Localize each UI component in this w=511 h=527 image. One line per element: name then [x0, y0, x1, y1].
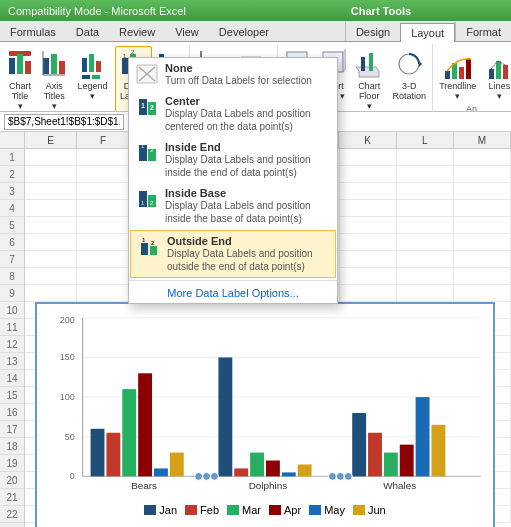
name-box[interactable] — [4, 114, 124, 130]
row-header: 10 — [0, 302, 24, 319]
tab-data[interactable]: Data — [66, 22, 109, 41]
none-icon — [135, 62, 159, 86]
svg-rect-6 — [59, 61, 65, 74]
legend-color-feb — [185, 505, 197, 515]
svg-rect-9 — [82, 58, 87, 72]
tab-design[interactable]: Design — [345, 22, 400, 41]
menu-item-outside-end[interactable]: 1 2 Outside End Display Data Labels and … — [130, 230, 336, 278]
svg-point-98 — [344, 472, 352, 480]
menu-item-center[interactable]: 1 2 Center Display Data Labels and posit… — [129, 91, 337, 137]
chart-container[interactable]: 0 50 100 150 200 — [35, 302, 495, 527]
legend-color-jun — [353, 505, 365, 515]
svg-text:Bears: Bears — [131, 480, 157, 491]
row-header: 23 — [0, 523, 24, 527]
row-header: 2 — [0, 166, 24, 183]
svg-text:Dolphins: Dolphins — [249, 480, 288, 491]
svg-rect-88 — [416, 397, 430, 476]
svg-text:2: 2 — [150, 104, 154, 111]
svg-marker-43 — [343, 49, 346, 72]
menu-item-none[interactable]: None Turn off Data Labels for selection — [129, 58, 337, 91]
bar-chart: 0 50 100 150 200 — [45, 312, 485, 502]
inside-end-icon: 1 2 — [135, 141, 159, 165]
svg-rect-79 — [234, 468, 248, 476]
svg-rect-53 — [459, 67, 464, 79]
svg-rect-3 — [25, 61, 31, 74]
svg-rect-114 — [141, 243, 148, 255]
3d-rotation-button[interactable]: 3-D Rotation — [389, 46, 430, 112]
svg-text:100: 100 — [60, 392, 75, 402]
chart-title-button[interactable]: Chart Title ▾ — [4, 46, 36, 112]
lines-button[interactable]: Lines ▾ — [483, 46, 511, 104]
row-header: 9 — [0, 285, 24, 302]
col-header-M: M — [454, 132, 511, 148]
svg-rect-80 — [250, 453, 264, 477]
svg-rect-5 — [51, 54, 57, 74]
svg-rect-47 — [361, 57, 365, 71]
row-header: 1 — [0, 149, 24, 166]
col-header-K: K — [339, 132, 396, 148]
svg-point-97 — [336, 472, 344, 480]
svg-rect-48 — [369, 53, 373, 71]
outside-end-text: Outside End Display Data Labels and posi… — [167, 235, 329, 273]
window-title: Compatibility Mode - Microsoft Excel — [0, 5, 194, 17]
svg-rect-78 — [218, 357, 232, 476]
row-header: 21 — [0, 489, 24, 506]
trendline-icon — [443, 49, 473, 81]
svg-rect-85 — [368, 433, 382, 477]
row-header: 11 — [0, 319, 24, 336]
menu-item-inside-base[interactable]: 1 2 Inside Base Display Data Labels and … — [129, 183, 337, 229]
menu-item-inside-end[interactable]: 1 2 Inside End Display Data Labels and p… — [129, 137, 337, 183]
axis-titles-button[interactable]: Axis Titles ▾ — [38, 46, 71, 112]
trendline-button[interactable]: Trendline ▾ — [435, 46, 481, 104]
svg-rect-1 — [9, 58, 15, 74]
row-header: 5 — [0, 217, 24, 234]
row-header: 14 — [0, 370, 24, 387]
svg-rect-81 — [266, 461, 280, 477]
svg-rect-55 — [489, 69, 494, 79]
row-header: 7 — [0, 251, 24, 268]
tab-view[interactable]: View — [165, 22, 209, 41]
legend-color-may — [309, 505, 321, 515]
row-header: 4 — [0, 200, 24, 217]
svg-text:Whales: Whales — [383, 480, 416, 491]
tab-review[interactable]: Review — [109, 22, 165, 41]
svg-marker-46 — [356, 67, 379, 77]
inside-base-icon: 1 2 — [135, 187, 159, 211]
legend-item-feb: Feb — [185, 504, 219, 516]
tab-formulas[interactable]: Formulas — [0, 22, 66, 41]
row-header: 22 — [0, 506, 24, 523]
svg-rect-54 — [466, 59, 471, 79]
tab-layout[interactable]: Layout — [400, 23, 455, 42]
tab-developer[interactable]: Developer — [209, 22, 279, 41]
analysis-group-label: An... — [435, 104, 511, 112]
row-header: 16 — [0, 404, 24, 421]
legend-color-jan — [144, 505, 156, 515]
col-header-E: E — [25, 132, 77, 148]
chart-floor-button[interactable]: Chart Floor ▾ — [351, 46, 386, 112]
center-icon: 1 2 — [135, 95, 159, 119]
row-header: 3 — [0, 183, 24, 200]
svg-rect-12 — [82, 75, 90, 79]
lines-icon — [486, 49, 511, 81]
tab-format[interactable]: Format — [455, 22, 511, 41]
legend-button[interactable]: Legend ▾ — [73, 46, 113, 104]
row-header: 15 — [0, 387, 24, 404]
svg-rect-77 — [170, 453, 184, 477]
svg-rect-51 — [445, 71, 450, 79]
svg-rect-4 — [43, 58, 49, 74]
legend-item-apr: Apr — [269, 504, 301, 516]
legend-item-jun: Jun — [353, 504, 386, 516]
svg-marker-50 — [419, 61, 422, 67]
legend-color-apr — [269, 505, 281, 515]
data-labels-dropdown: None Turn off Data Labels for selection … — [128, 57, 338, 304]
center-text: Center Display Data Labels and position … — [165, 95, 331, 133]
none-text: None Turn off Data Labels for selection — [165, 62, 331, 87]
legend-icon — [80, 49, 106, 81]
ribbon-group-analysis: Trendline ▾ Lines ▾ An... — [433, 44, 511, 111]
svg-point-95 — [210, 472, 218, 480]
col-header-L: L — [397, 132, 454, 148]
more-data-label-options[interactable]: More Data Label Options... — [129, 283, 337, 303]
svg-rect-89 — [431, 425, 445, 477]
svg-rect-73 — [106, 433, 120, 477]
chart-legend: Jan Feb Mar Apr — [45, 504, 485, 516]
